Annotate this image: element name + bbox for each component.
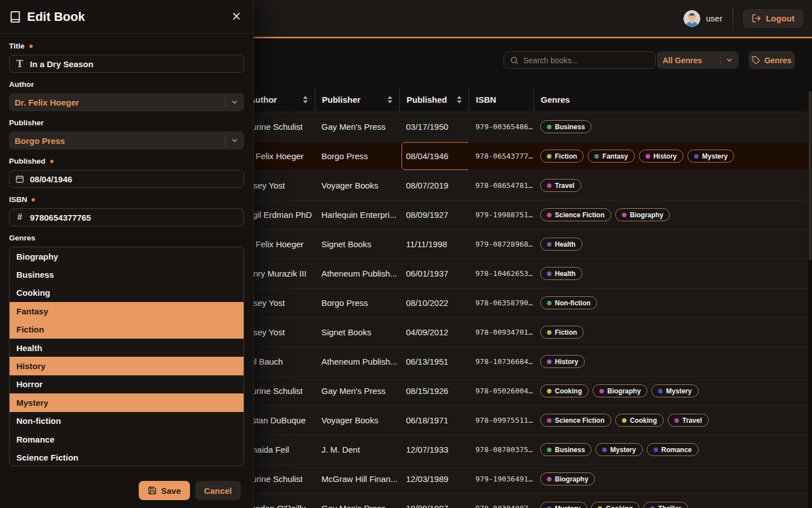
scrollbar-thumb[interactable] <box>809 91 811 260</box>
genres-button-label: Genres <box>764 56 791 65</box>
published-input[interactable] <box>30 174 238 184</box>
genre-chip-label: Non-fiction <box>555 299 590 307</box>
cell-genres: FictionFantasyHistoryMystery <box>533 150 812 163</box>
cell-published: 10/09/1997 <box>399 494 469 508</box>
cell-genres: BusinessMysteryRomance <box>533 443 812 456</box>
genre-option[interactable]: Fantasy <box>10 302 244 320</box>
published-field-wrapper <box>9 170 244 188</box>
chevron-down-icon <box>726 56 733 64</box>
cell-isbn: 978-05026004… <box>469 387 533 395</box>
cell-published: 06/13/1951 <box>399 347 469 376</box>
required-marker <box>32 198 35 202</box>
genre-dot <box>650 506 655 508</box>
user-avatar <box>683 10 700 27</box>
genre-chip: Mystery <box>651 384 698 397</box>
genre-option[interactable]: Romance <box>10 430 244 448</box>
sort-icon[interactable] <box>387 96 392 103</box>
genres-button[interactable]: Genres <box>749 51 795 69</box>
genre-option[interactable]: Fiction <box>10 321 244 339</box>
genre-dot <box>594 154 599 159</box>
sort-icon[interactable] <box>457 96 462 103</box>
title-label: Title <box>9 42 244 50</box>
logout-label: Logout <box>766 14 795 23</box>
genre-option[interactable]: Business <box>10 265 244 283</box>
genre-filter-select[interactable]: All Genres <box>657 51 739 69</box>
cell-published: 11/11/1998 <box>399 230 469 259</box>
genre-option[interactable]: Horror <box>10 375 244 393</box>
column-header-published[interactable]: Published <box>399 87 469 112</box>
edit-book-modal: Edit Book × Title T Author Dr. Felix Hoe… <box>0 0 254 508</box>
published-label: Published <box>9 157 244 165</box>
genre-chip: Mystery <box>540 502 587 508</box>
genre-dot <box>547 360 551 364</box>
genre-chip-label: Health <box>555 270 576 278</box>
user-menu[interactable]: user <box>683 10 722 27</box>
genre-dot <box>694 154 699 159</box>
genre-chip-label: Science Fiction <box>555 211 604 219</box>
column-header-isbn[interactable]: ISBN <box>469 87 533 112</box>
cell-published: 08/04/1946 <box>399 142 469 170</box>
cell-isbn: 978-08780375… <box>469 445 533 454</box>
cell-isbn: 978-10462653… <box>469 269 533 278</box>
save-button[interactable]: Save <box>139 481 190 500</box>
select-divider <box>225 135 226 146</box>
close-icon[interactable]: × <box>228 9 244 24</box>
sort-icon[interactable] <box>303 96 308 103</box>
genre-dot <box>654 448 658 452</box>
genre-chip-label: Biography <box>555 475 588 483</box>
column-label: Publisher <box>322 95 360 104</box>
cell-isbn: 978-08654781… <box>469 181 533 190</box>
genre-chip-label: Business <box>555 446 585 454</box>
genre-chip-label: Business <box>555 123 585 131</box>
cell-publisher: Signet Books <box>315 327 399 337</box>
genre-dot <box>599 389 604 393</box>
genre-chip: Romance <box>647 443 699 456</box>
cell-isbn: 978-06358790… <box>469 299 533 307</box>
column-label: Published <box>407 95 447 104</box>
genre-option[interactable]: Health <box>10 339 244 357</box>
cell-published: 06/18/1971 <box>399 406 469 435</box>
cell-genres: Science FictionBiography <box>533 208 812 221</box>
column-header-publisher[interactable]: Publisher <box>315 87 399 112</box>
genre-dot <box>547 389 551 393</box>
genre-chip-label: Science Fiction <box>555 417 604 424</box>
publisher-select[interactable]: Borgo Press <box>9 132 244 150</box>
logout-button[interactable]: Logout <box>743 10 803 28</box>
genre-dot <box>622 418 626 423</box>
cell-publisher: Borgo Press <box>315 151 399 161</box>
genre-dot <box>658 389 663 393</box>
genre-chip-label: Cooking <box>630 417 657 424</box>
cell-isbn: 978-00304007… <box>469 504 533 508</box>
genre-option[interactable]: Biography <box>10 247 244 265</box>
cancel-button[interactable]: Cancel <box>195 481 241 500</box>
cell-genres: Biography <box>533 472 812 485</box>
modal-header: Edit Book × <box>0 0 253 34</box>
cell-isbn: 979-00365486… <box>469 122 533 131</box>
author-select[interactable]: Dr. Felix Hoeger <box>9 93 244 111</box>
genre-chip: Travel <box>540 179 581 192</box>
isbn-input[interactable] <box>30 213 238 222</box>
genre-chip-label: Biography <box>607 387 641 395</box>
genre-option[interactable]: Cooking <box>10 284 244 302</box>
genre-chip-label: Mystery <box>666 387 691 395</box>
column-header-genres[interactable]: Genres <box>533 87 812 112</box>
genre-chip: Mystery <box>595 443 642 456</box>
genre-chip: Business <box>540 120 592 133</box>
publisher-label: Publisher <box>9 119 244 127</box>
genre-option[interactable]: Science Fiction <box>10 448 244 466</box>
cell-publisher: Atheneum Publish... <box>315 269 399 278</box>
cell-publisher: McGraw Hill Finan... <box>315 474 399 484</box>
cell-published: 12/07/1933 <box>399 435 469 464</box>
publisher-value: Borgo Press <box>15 136 225 146</box>
cell-isbn: 978-09975511… <box>469 416 533 424</box>
genre-dot <box>674 418 679 423</box>
vertical-scrollbar[interactable] <box>808 87 812 508</box>
genre-option[interactable]: Mystery <box>10 393 244 411</box>
genre-option[interactable]: Non-fiction <box>10 412 244 430</box>
title-input[interactable] <box>30 59 238 69</box>
cell-isbn: 978-00934701… <box>469 328 533 336</box>
genre-chip-label: Cooking <box>606 505 633 508</box>
genre-option[interactable]: History <box>10 357 244 375</box>
isbn-field-wrapper: # <box>9 208 244 226</box>
search-input[interactable] <box>523 56 650 65</box>
